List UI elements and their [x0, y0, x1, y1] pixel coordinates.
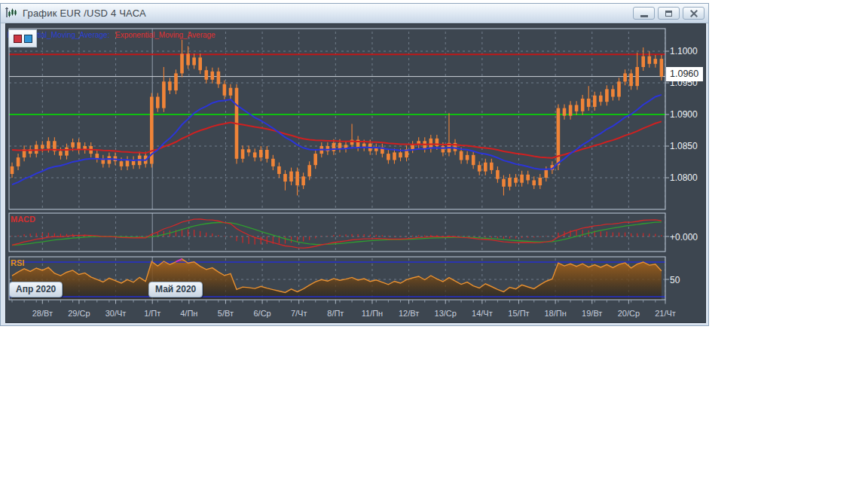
- date-axis: 28/Вт29/Ср30/Чт1/Пт4/Пн5/Вт6/Ср7/Чт8/Пт1…: [0, 309, 708, 321]
- date-axis-label: 29/Ср: [68, 309, 90, 318]
- date-axis-label: 1/Пт: [144, 309, 160, 318]
- legend-color-chips: [8, 29, 37, 47]
- desktop: График EUR /USD 4 ЧАСА Exponential_Movin…: [0, 0, 868, 488]
- window-title: График EUR /USD 4 ЧАСА: [23, 8, 146, 19]
- indicator-chip-blue[interactable]: [24, 35, 32, 43]
- date-axis-label: 21/Чт: [655, 309, 676, 318]
- chart-content: [5, 23, 706, 323]
- price-axis-label: 1.0900: [670, 109, 698, 120]
- month-marker-may: Май 2020: [148, 282, 203, 297]
- date-axis-label: 8/Пт: [327, 309, 344, 318]
- date-axis-label: 4/Пн: [180, 309, 197, 318]
- minimize-button[interactable]: [633, 7, 655, 20]
- legend-ema-slow-label: Exponential_Moving_Average: [115, 31, 215, 39]
- current-price-badge: 1.0960: [666, 67, 703, 81]
- date-axis-label: 11/Пн: [362, 309, 383, 318]
- date-axis-label: 19/Вт: [582, 309, 602, 318]
- date-axis-label: 13/Ср: [435, 309, 457, 318]
- price-axis-label: 1.1000: [670, 46, 698, 56]
- window-titlebar[interactable]: График EUR /USD 4 ЧАСА: [1, 4, 708, 23]
- date-axis-label: 14/Чт: [472, 309, 493, 318]
- date-axis-label: 15/Пт: [508, 309, 529, 318]
- price-axis: 1.10001.09501.09001.08501.0800: [670, 0, 715, 326]
- indicator-chip-red[interactable]: [14, 35, 22, 43]
- price-axis-label: 1.0800: [670, 172, 698, 183]
- date-axis-label: 7/Чт: [291, 309, 307, 318]
- date-axis-label: 20/Ср: [618, 309, 640, 318]
- date-axis-label: 18/Пн: [544, 309, 566, 318]
- date-axis-label: 12/Вт: [399, 309, 419, 318]
- date-axis-label: 5/Вт: [218, 309, 234, 318]
- date-axis-label: 30/Чт: [105, 309, 127, 318]
- date-axis-label: 28/Вт: [32, 309, 53, 318]
- date-axis-label: 6/Ср: [253, 309, 270, 318]
- month-marker-april: Апр 2020: [9, 282, 63, 297]
- price-axis-label: 1.0850: [670, 141, 698, 151]
- chart-window: График EUR /USD 4 ЧАСА: [0, 3, 709, 326]
- macd-panel-label: MACD: [11, 215, 35, 224]
- minimize-icon: [640, 15, 648, 17]
- chart-app-icon: [5, 7, 18, 20]
- rsi-panel-label: RSI: [11, 258, 24, 267]
